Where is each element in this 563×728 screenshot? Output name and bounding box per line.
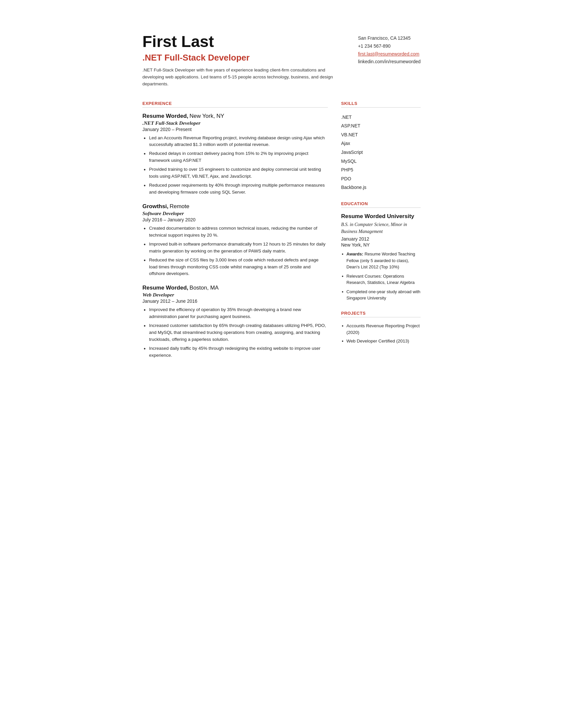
company-name-2: Growthsi, [142,203,168,209]
resume-header: First Last .NET Full-Stack Developer .NE… [142,33,421,88]
project-0: Accounts Revenue Reporting Project (2020… [341,323,421,336]
job-title-3: Web Developer [142,292,328,298]
main-content: EXPERIENCE Resume Worded, New York, NY .… [142,101,421,368]
edu-degree: B.S. in Computer Science, Minor in Busin… [341,221,421,235]
candidate-name: First Last [142,33,358,51]
skill-4: JavaScript [341,148,421,157]
project-1: Web Developer Certified (2013) [341,338,421,344]
job-block-2: Growthsi, Remote Software Developer July… [142,203,328,277]
job-bullets-1: Led an Accounts Revenue Reporting projec… [142,135,328,196]
skill-0: .NET [341,113,421,122]
job-block-1: Resume Worded, New York, NY .NET Full-St… [142,113,328,196]
candidate-title: .NET Full-Stack Developer [142,53,358,63]
skill-2: VB.NET [341,130,421,139]
projects-section-title: PROJECTS [341,311,421,317]
candidate-summary: .NET Full-Stack Developer with five year… [142,67,335,88]
bullet-3-1: Improved the efficiency of operation by … [142,306,328,320]
company-location-2: Remote [169,203,189,209]
bullet-2-1: Created documentation to address common … [142,225,328,239]
job-header-2: Growthsi, Remote [142,203,328,210]
candidate-email[interactable]: first.last@resumeworded.com [358,50,421,58]
edu-bullet-1: Relevant Courses: Operations Research, S… [341,273,421,286]
header-left: First Last .NET Full-Stack Developer .NE… [142,33,358,88]
bullet-1-2: Reduced delays in contract delivery paci… [142,150,328,164]
job-dates-1: January 2020 – Present [142,127,328,132]
courses-text: Relevant Courses: Operations Research, S… [347,274,415,285]
candidate-phone: +1 234 567-890 [358,42,421,50]
education-section: EDUCATION Resume Worded University B.S. … [341,201,421,301]
projects-section: PROJECTS Accounts Revenue Reporting Proj… [341,311,421,345]
experience-section-title: EXPERIENCE [142,101,328,108]
edu-bullet-0: Awards: Resume Worded Teaching Fellow (o… [341,251,421,270]
skills-section: SKILLS .NET ASP.NET VB.NET Ajax JavaScri… [341,101,421,192]
resume-page: First Last .NET Full-Stack Developer .NE… [119,13,444,715]
skill-5: MySQL [341,157,421,166]
job-title-2: Software Developer [142,210,328,216]
skills-section-title: SKILLS [341,101,421,108]
skills-list: .NET ASP.NET VB.NET Ajax JavaScript MySQ… [341,113,421,192]
bullet-2-2: Improved built-in software performance d… [142,241,328,255]
right-column: SKILLS .NET ASP.NET VB.NET Ajax JavaScri… [341,101,421,368]
job-bullets-2: Created documentation to address common … [142,225,328,277]
candidate-address: San Francisco, CA 12345 [358,34,421,42]
education-section-title: EDUCATION [341,201,421,208]
skill-1: ASP.NET [341,121,421,130]
job-dates-3: January 2012 – June 2016 [142,298,328,304]
skill-6: PHP5 [341,165,421,174]
experience-section: EXPERIENCE Resume Worded, New York, NY .… [142,101,328,359]
job-header-3: Resume Worded, Boston, MA [142,285,328,291]
bullet-3-2: Increased customer satisfaction by 65% t… [142,322,328,343]
skill-8: Backbone.js [341,183,421,192]
job-title-1: .NET Full-Stack Developer [142,120,328,126]
bullet-1-1: Led an Accounts Revenue Reporting projec… [142,135,328,149]
left-column: EXPERIENCE Resume Worded, New York, NY .… [142,101,341,368]
job-header-1: Resume Worded, New York, NY [142,113,328,119]
company-name-1: Resume Worded, [142,113,188,119]
awards-bold: Awards: [347,251,363,256]
bullet-1-4: Reduced power requirements by 40% throug… [142,182,328,196]
projects-list: Accounts Revenue Reporting Project (2020… [341,323,421,345]
abroad-text: Completed one-year study abroad with Sin… [347,289,420,301]
job-dates-2: July 2016 – January 2020 [142,217,328,222]
company-name-3: Resume Worded, [142,285,188,291]
edu-date: January 2012 [341,236,421,242]
company-location-1: New York, NY [189,113,224,119]
candidate-linkedin: linkedin.com/in/resumeworded [358,58,421,66]
bullet-1-3: Provided training to over 15 engineers t… [142,166,328,180]
edu-bullet-2: Completed one-year study abroad with Sin… [341,289,421,301]
job-bullets-3: Improved the efficiency of operation by … [142,306,328,359]
email-link[interactable]: first.last@resumeworded.com [358,51,419,57]
edu-location: New York, NY [341,242,421,248]
edu-school: Resume Worded University [341,213,421,220]
job-block-3: Resume Worded, Boston, MA Web Developer … [142,285,328,359]
skill-3: Ajax [341,139,421,148]
skill-7: PDO [341,174,421,183]
bullet-3-3: Increased daily traffic by 45% through r… [142,345,328,359]
edu-bullets: Awards: Resume Worded Teaching Fellow (o… [341,251,421,301]
header-right: San Francisco, CA 12345 +1 234 567-890 f… [358,33,421,66]
company-location-3: Boston, MA [189,285,218,291]
bullet-2-3: Reduced the size of CSS files by 3,000 l… [142,257,328,278]
